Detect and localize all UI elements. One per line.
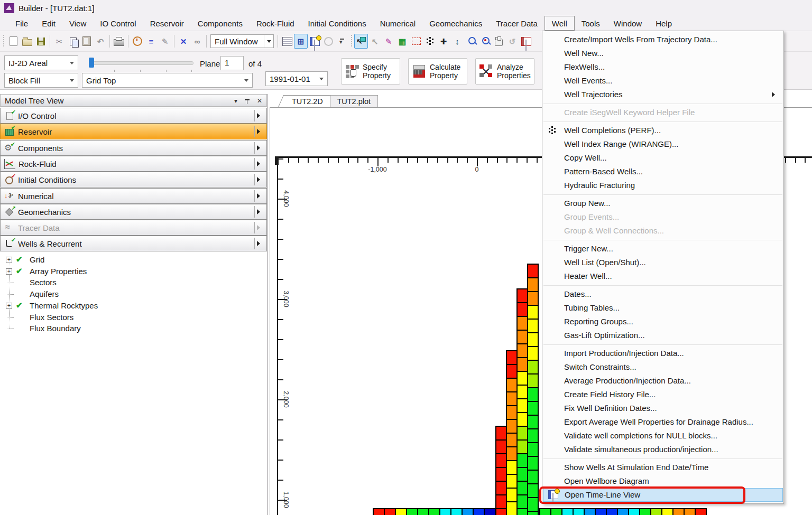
paste-icon[interactable] — [80, 34, 94, 49]
undo-icon[interactable]: ↶ — [94, 34, 107, 49]
menu-item-create-field-history-file[interactable]: Create Field History File... — [543, 388, 783, 401]
grid-cell[interactable] — [539, 508, 551, 515]
tree-item-grid[interactable]: +✔Grid — [0, 255, 267, 266]
grid-cell[interactable] — [527, 470, 539, 484]
analyze-properties-button[interactable]: AnalyzeProperties — [475, 58, 534, 85]
new-document-icon[interactable] — [6, 34, 20, 49]
grid-cell[interactable] — [506, 405, 518, 420]
dropdown-button[interactable] — [264, 35, 273, 48]
grid-cell[interactable] — [695, 508, 707, 515]
grid-cell[interactable] — [639, 508, 651, 515]
tree-item-thermal-rocktypes[interactable]: +✔Thermal Rocktypes — [0, 301, 267, 312]
menu-item-pattern-based-wells[interactable]: Pattern-Based Wells... — [543, 165, 783, 179]
menu-item-well-list-open-shut[interactable]: Well List (Open/Shut)... — [543, 256, 783, 269]
fill-mode-select[interactable]: Block Fill — [4, 73, 78, 88]
grid-cell[interactable] — [684, 508, 696, 515]
grid-cell[interactable] — [606, 508, 618, 515]
grid-cell[interactable] — [527, 291, 539, 306]
grid-cell[interactable] — [516, 385, 528, 399]
menu-item-open-wellbore-diagram[interactable]: Open Wellbore Diagram — [543, 474, 783, 488]
menu-item-average-production-injection-data[interactable]: Average Production/Injection Data... — [543, 374, 783, 388]
grid-cell[interactable] — [516, 453, 528, 468]
grid-cell[interactable] — [516, 330, 528, 344]
menu-item-reporting-groups[interactable]: Reporting Groups... — [543, 315, 783, 329]
region-tool-icon[interactable] — [321, 34, 335, 49]
timeline-red-icon[interactable] — [519, 34, 533, 49]
grid-cell[interactable] — [527, 373, 539, 388]
property-dialog-icon[interactable] — [280, 34, 294, 49]
grid-cell[interactable] — [516, 302, 528, 317]
grid-cell[interactable] — [573, 508, 585, 515]
sidebar-item-reservoir[interactable]: Reservoir — [0, 124, 267, 139]
chevron-down-icon[interactable]: ▾ — [234, 98, 237, 104]
menu-item-gas-lift-optimization[interactable]: Gas-Lift Optimization... — [543, 329, 783, 342]
sidebar-item-wells-recurrent[interactable]: Wells & Recurrent — [0, 236, 267, 251]
tab-tut2-2d[interactable]: TUT2.2D — [284, 95, 330, 107]
grid-cell[interactable] — [495, 494, 507, 509]
menu-reservoir[interactable]: Reservoir — [143, 16, 191, 31]
menu-item-switch-constraints[interactable]: Switch Constraints... — [543, 360, 783, 374]
grid-cell[interactable] — [527, 332, 539, 347]
window-mode-select[interactable]: Full Window — [210, 34, 274, 48]
tree-item-sectors[interactable]: Sectors — [0, 277, 267, 288]
chevron-right-icon[interactable] — [257, 161, 263, 166]
grid-cell[interactable] — [516, 412, 528, 427]
grid-cell[interactable] — [527, 497, 539, 512]
grid-display-icon[interactable]: ▦ — [395, 34, 409, 49]
well-completion-tool-icon[interactable] — [423, 34, 437, 49]
slider-track[interactable] — [89, 61, 193, 65]
menu-item-import-production-injection-data[interactable]: Import Production/Injection Data... — [543, 347, 783, 360]
select-probe-icon[interactable] — [354, 34, 368, 49]
grid-cell[interactable] — [506, 378, 518, 392]
menu-item-well-new[interactable]: Well New... — [543, 46, 783, 60]
grid-cell[interactable] — [516, 508, 528, 515]
grid-cell[interactable] — [516, 439, 528, 454]
grid-cell[interactable] — [495, 467, 507, 482]
chevron-right-icon[interactable] — [257, 225, 263, 230]
grid-cell[interactable] — [527, 428, 539, 443]
menu-window[interactable]: Window — [607, 16, 649, 31]
grid-cell[interactable] — [527, 346, 539, 361]
sidebar-item-tracer-data[interactable]: Tracer Data — [0, 220, 267, 236]
grid-cell[interactable] — [527, 511, 539, 515]
sidebar-item-rock-fluid[interactable]: Rock-Fluid — [0, 156, 267, 172]
grid-cell[interactable] — [584, 508, 596, 515]
grid-cell[interactable] — [527, 387, 539, 402]
tree-item-flux-sectors[interactable]: Flux Sectors — [0, 312, 267, 323]
select-cursor-icon[interactable]: ↖ — [368, 34, 382, 49]
menu-item-dates[interactable]: Dates... — [543, 287, 783, 301]
close-icon[interactable]: ✕ — [257, 98, 262, 104]
grid-cell[interactable] — [516, 343, 528, 358]
grid-cell[interactable] — [495, 453, 507, 468]
more-tools-icon[interactable] — [335, 34, 349, 49]
menu-item-well-index-range-wirange[interactable]: Well Index Range (WIRANGE)... — [543, 137, 783, 151]
grid-cell[interactable] — [462, 508, 474, 515]
menu-item-well-completions-perf[interactable]: Well Completions (PERF)... — [543, 124, 783, 137]
menu-file[interactable]: File — [8, 16, 35, 31]
grid-cell[interactable] — [672, 508, 685, 515]
grid-cell[interactable] — [617, 508, 629, 515]
copy-icon[interactable] — [66, 34, 80, 49]
grid-cell[interactable] — [506, 364, 518, 379]
menu-geomechanics[interactable]: Geomechanics — [422, 16, 489, 31]
grid-cell[interactable] — [506, 488, 518, 502]
chevron-right-icon[interactable] — [257, 209, 263, 214]
grid-cell[interactable] — [495, 426, 507, 441]
menu-item-trigger-new[interactable]: Trigger New... — [543, 242, 783, 256]
grid-cell[interactable] — [527, 442, 539, 457]
tree-item-flux-boundary[interactable]: Flux Boundary — [0, 323, 267, 334]
chevron-right-icon[interactable] — [257, 177, 263, 182]
grid-cell[interactable] — [384, 508, 396, 515]
chevron-right-icon[interactable] — [257, 193, 263, 199]
menu-item-create-import-wells-from-trajectory-data[interactable]: Create/Import Wells From Trajectory Data… — [543, 33, 783, 46]
menu-item-copy-well[interactable]: Copy Well... — [543, 151, 783, 165]
stretch-vertical-icon[interactable]: ↕ — [450, 34, 464, 49]
select-region-icon[interactable] — [409, 34, 423, 49]
open-file-icon[interactable] — [20, 34, 34, 49]
menu-item-open-time-line-view[interactable]: Open Time-Line View — [543, 488, 783, 502]
expand-icon[interactable]: + — [6, 257, 12, 263]
menu-tracer-data[interactable]: Tracer Data — [489, 16, 545, 31]
timeline-view-icon[interactable] — [308, 34, 321, 49]
grid-cell[interactable] — [428, 508, 440, 515]
grid-cell[interactable] — [506, 446, 518, 461]
